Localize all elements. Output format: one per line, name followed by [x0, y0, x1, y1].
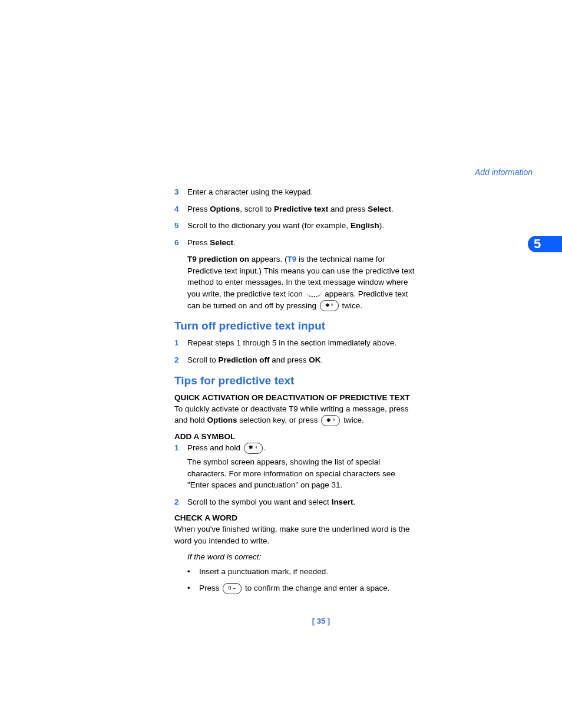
if-correct-label: If the word is correct:	[187, 552, 468, 561]
t9-link[interactable]: T9	[287, 255, 297, 263]
step-number: 1	[174, 337, 183, 349]
step-number: 4	[174, 203, 183, 215]
page-number: [ 35 ]	[174, 617, 468, 625]
list-item: 2 Scroll to the symbol you want and sele…	[174, 496, 468, 508]
t9-explanation: T9 prediction on appears. (T9 is the tec…	[187, 253, 415, 311]
subheading-check-word: CHECK A WORD	[174, 513, 468, 522]
step-number: 6	[174, 237, 183, 249]
list-item: 1Repeat steps 1 through 5 in the section…	[174, 337, 468, 349]
step-number: 3	[174, 186, 183, 198]
step-text: Press Options, scroll to Predictive text…	[187, 203, 468, 215]
list-item: 5Scroll to the dictionary you want (for …	[174, 220, 468, 232]
bullet-item: • Press 0 ⌣ to confirm the change and en…	[187, 582, 468, 594]
list-item: 4Press Options, scroll to Predictive tex…	[174, 203, 468, 215]
chapter-badge: 5	[528, 236, 562, 252]
manual-page: Add information 5 3Enter a character usi…	[0, 0, 562, 625]
steps-list-off: 1Repeat steps 1 through 5 in the section…	[174, 337, 468, 365]
bullet-dot: •	[187, 582, 193, 594]
heading-tips: Tips for predictive text	[174, 374, 468, 387]
step-text: Scroll to the dictionary you want (for e…	[187, 220, 468, 232]
step-text: Repeat steps 1 through 5 in the section …	[187, 337, 468, 349]
step-number: 1	[174, 442, 183, 491]
star-key-icon: ✱ º	[320, 300, 339, 311]
steps-list-top: 3Enter a character using the keypad.4Pre…	[174, 186, 468, 248]
step-number: 2	[174, 496, 183, 508]
zero-key-icon: 0 ⌣	[223, 583, 242, 594]
quick-activation-para: To quickly activate or deactivate T9 whi…	[174, 403, 410, 427]
symbol-screen-note: The symbol screen appears, showing the l…	[187, 456, 405, 491]
step-text: Press Select.	[187, 237, 468, 249]
star-plus-key-icon: ✱ +	[244, 443, 263, 454]
bullet-item: • Insert a punctuation mark, if needed.	[187, 566, 468, 578]
step-text: Scroll to Prediction off and press OK.	[187, 354, 468, 366]
list-item: 6Press Select.	[174, 237, 468, 249]
step-text: Enter a character using the keypad.	[187, 186, 468, 198]
list-item: 3Enter a character using the keypad.	[174, 186, 468, 198]
heading-turn-off: Turn off predictive text input	[174, 319, 468, 332]
predictive-text-icon	[307, 291, 321, 297]
check-word-para: When you've finished writing, make sure …	[174, 523, 410, 546]
step-number: 2	[174, 354, 183, 366]
t9-prediction-on: T9 prediction on	[187, 255, 249, 263]
section-header-link[interactable]: Add information	[174, 167, 533, 177]
star-key-icon: ✱ º	[321, 415, 340, 426]
subheading-quick-activation: QUICK ACTIVATION OR DEACTIVATION OF PRED…	[174, 393, 468, 402]
bullet-dot: •	[187, 566, 193, 578]
step-number: 5	[174, 220, 183, 232]
list-item: 2Scroll to Prediction off and press OK.	[174, 354, 468, 366]
list-item: 1 Press and hold ✱ +. The symbol screen …	[174, 442, 468, 491]
subheading-add-symbol: ADD A SYMBOL	[174, 432, 468, 441]
